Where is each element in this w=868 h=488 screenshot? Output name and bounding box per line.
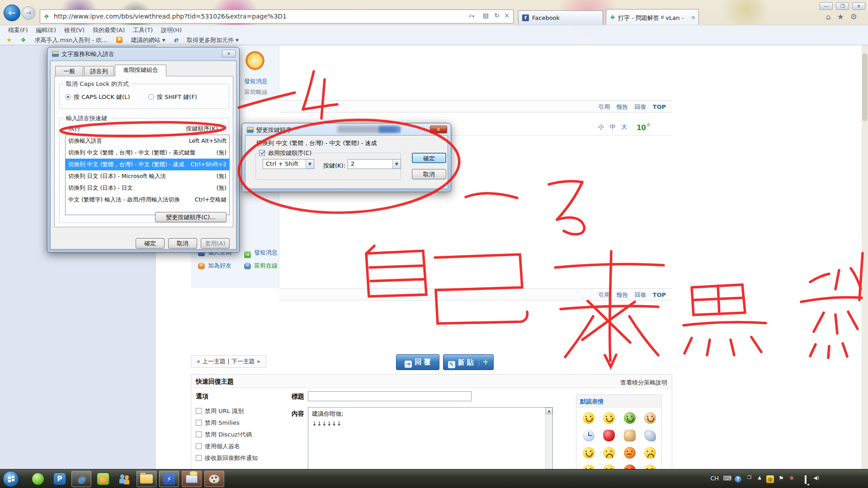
dialog-close-button[interactable]: × [430,126,447,133]
home-icon[interactable]: ⌂ [826,12,837,21]
scroll-up-icon[interactable]: ▲ [546,408,552,414]
hotkey-row[interactable]: 切換到 日文 (日本) - Microsoft 輸入法 (無) [66,170,229,182]
post1-send-message-link[interactable]: 發短消息 [244,77,268,85]
taskbar-app-internet-explorer[interactable]: e [71,471,91,487]
restore-window-tray-icon[interactable]: ❐ [747,475,751,480]
reply-thread-button[interactable]: ➔回 覆 [396,354,439,370]
report-link[interactable]: 報告 [616,291,628,298]
emoticon[interactable] [578,409,599,427]
emoticon[interactable] [619,409,640,427]
favorites-star-icon[interactable]: ★ [837,12,850,21]
tab-active-thread[interactable]: ❖ 打字 - 問題解答 º vLan - IP... × [606,9,699,25]
emoticon[interactable] [578,444,599,462]
language-indicator[interactable]: CH [710,475,719,482]
back-button[interactable]: ← [4,5,20,21]
new-post-button[interactable]: ✎新 貼 + [443,354,494,370]
chevron-down-icon[interactable]: ▼ [306,160,314,169]
tab-general[interactable]: 一般 [55,66,83,76]
quote-link[interactable]: 引用 [598,103,610,110]
start-button[interactable] [3,471,19,487]
option-checkbox[interactable] [196,420,202,426]
cancel-button[interactable]: 取消 [168,238,197,249]
taskbar-app-file-explorer[interactable] [137,471,156,487]
emoticon[interactable] [640,427,661,445]
menu-item[interactable]: 檢視(V) [64,25,85,35]
hotkey-row[interactable]: 切換到 中文 (繁體，台灣) - 中文 (繁體) - 美式鍵盤 (無) [66,147,229,159]
taskbar-app-paint[interactable] [204,471,224,487]
minimize-button[interactable]: — [820,2,833,10]
keyboard-tray-icon[interactable]: ⌨ [723,475,731,482]
tools-gear-icon[interactable]: ⚙ [850,12,863,21]
credit-policy-link[interactable]: 查看積分策略說明 [620,379,667,387]
suggested-sites-link[interactable]: 建議的網站 ▾ [131,35,165,45]
stop-icon[interactable]: × [504,12,509,22]
add-friend-link[interactable]: 加為好友 [208,262,231,270]
emoticon[interactable] [578,427,599,445]
emoticon[interactable] [619,444,640,462]
modifier-combobox[interactable]: Ctrl + Shift ▼ [263,159,314,169]
network-tray-icon[interactable] [805,476,807,483]
tab-facebook[interactable]: f Facebook [518,10,603,25]
emoticon[interactable] [599,444,620,462]
reply-link[interactable]: 回復 [634,103,646,110]
subject-input[interactable] [308,391,472,401]
tab-advanced-keys[interactable]: 進階按鍵組合 [115,65,166,76]
add-favorite-star-icon[interactable]: ★ [6,35,12,45]
font-medium-link[interactable]: 中 [610,123,616,130]
url-text[interactable]: http://www.ipve.com/bbs/viewthread.php?t… [54,13,287,20]
compatibility-view-icon[interactable]: ▤ [483,12,489,22]
reply-link[interactable]: 回復 [634,291,646,298]
tab-close-icon[interactable]: × [691,14,696,21]
quote-link[interactable]: 引用 [598,291,610,298]
volume-tray-icon[interactable]: ◀) [813,475,819,481]
tab-language-bar[interactable]: 語言列 [84,66,114,76]
menu-item[interactable]: 我的最愛(A) [93,25,125,35]
scrollbar-thumb[interactable] [862,53,868,121]
menu-item[interactable]: 檔案(F) [8,25,28,35]
emoticon[interactable] [640,409,661,427]
get-addons-link[interactable]: 取得更多附加元件 ▾ [187,35,239,45]
address-bar[interactable]: ❖ http://www.ipve.com/bbs/viewthread.php… [40,9,514,23]
font-small-link[interactable]: 小 [598,123,604,130]
option-checkbox[interactable] [196,443,202,449]
page-scrollbar[interactable] [862,45,868,469]
close-button[interactable]: × [852,2,865,10]
option-checkbox[interactable] [196,432,202,437]
change-key-sequence-button[interactable]: 變更按鍵順序(C)... [155,212,226,222]
forward-button[interactable]: → [22,6,35,20]
emoticon[interactable] [640,444,661,462]
thread-navigation[interactable]: « 上一主題 | 下一主題 » [191,355,266,368]
pps-tray-icon[interactable]: @ [766,475,774,483]
emoticon[interactable] [619,427,640,445]
key-combobox[interactable]: 2 ▼ [348,159,401,169]
new-post-plus-icon[interactable]: + [479,357,489,366]
option-checkbox[interactable] [196,455,202,461]
favorite-site-link[interactable]: 求高手入.msn入吾到 - 吹... [34,35,107,45]
apply-button[interactable]: 套用(A) [201,238,230,249]
security-tray-icon[interactable]: ✱ [789,475,794,481]
top-link[interactable]: TOP [653,291,666,298]
option-checkbox[interactable] [196,408,202,414]
cancel-button[interactable]: 取消 [412,169,446,179]
taskbar-app-messenger-buddies[interactable] [115,471,135,487]
taskbar-app-pps-player[interactable] [93,471,113,487]
hotkey-row[interactable]: 切換輸入語言 Left Alt+Shift [66,135,229,147]
emoticon[interactable] [599,427,620,445]
menu-item[interactable]: 編輯(E) [36,25,56,35]
hotkey-list[interactable]: 切換輸入語言 Left Alt+Shift 切換到 中文 (繁體，台灣) - 中… [65,135,230,215]
taskbar-app-pps-p[interactable]: P [50,471,70,487]
dialog-close-button[interactable]: × [222,50,236,57]
emoticon[interactable] [599,409,620,427]
taskbar-app-input-method[interactable] [182,471,202,487]
font-large-link[interactable]: 大 [621,123,627,130]
menu-item[interactable]: 說明(H) [161,25,182,35]
top-link[interactable]: TOP [653,103,666,110]
hotkey-row[interactable]: 中文 (繁體字) 輸入法 - 啟用/停用輸入法切換 Ctrl+空格鍵 [66,194,229,206]
hidden-icons-chevron-icon[interactable]: ▲ [758,475,761,480]
help-tray-icon[interactable]: ? [735,476,741,483]
hotkey-row[interactable]: 切換到 中文 (繁體，台灣) - 中文 (繁體) - 速成 Ctrl+Shift… [66,159,229,170]
restore-button[interactable]: ❐ [836,2,849,10]
post2-send-message-link[interactable]: 發短消息 [254,249,278,257]
ok-button[interactable]: 確定 [412,153,446,163]
menu-item[interactable]: 工具(T) [133,25,153,35]
